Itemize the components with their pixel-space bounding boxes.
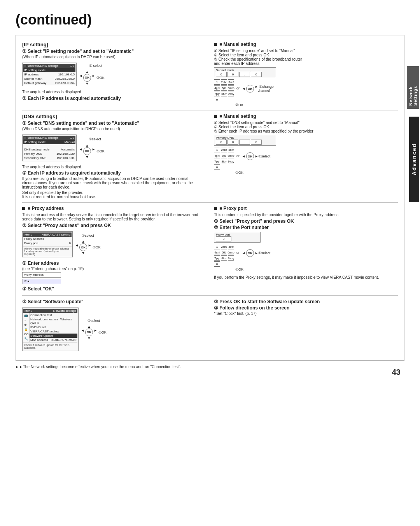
software-update-section: ① Select "Software update" Menu Network … — [22, 299, 398, 354]
numpad-row2: 4ghi 5jkl 6mno — [214, 85, 234, 91]
proxy-port-select: ►①select — [255, 251, 270, 255]
sw-step2: ② Press OK to start the Software update … — [214, 299, 398, 304]
proxy-ok-row: ▲ ◄ OK ► ▼ ②OK — [75, 239, 101, 255]
ip-setting-heading: [IP setting] — [22, 42, 206, 47]
ip-step1-bold: ① Select "IP setting mode" and set to "A… — [22, 49, 206, 54]
or-label-ip: or — [236, 86, 240, 90]
manual-dns-step1: ① Select "DNS setting mode" and set to "… — [214, 121, 398, 125]
numpad-row3: 7pqr 8tuv 9wxy — [214, 91, 234, 96]
divider-3 — [22, 295, 398, 296]
primary-dns-label: Primary DNS — [216, 136, 234, 140]
divider-2 — [22, 202, 398, 203]
sw-highlighted-row: Software update — [30, 334, 77, 338]
proxy-addr-desc: This is the address of the relay server … — [22, 213, 206, 221]
page-number: 43 — [392, 368, 401, 377]
sw-menu-col: Connection test Network connection Wirel… — [30, 313, 77, 342]
proxy-screen-header: Menu VIERA CAST setting — [23, 232, 72, 237]
bullet-icon: ● — [16, 365, 18, 369]
proxy-step2-note: (see "Entering characters" on p. 19) — [22, 267, 206, 271]
proxy-ok-label: ②OK — [93, 245, 101, 249]
dns-row-dns-mode: DNS setting modeAutomatic — [23, 147, 75, 152]
ok-btn-dns: OK — [83, 147, 91, 155]
dns-acquired: The acquired address is displayed. — [22, 165, 206, 169]
proxy-addr-input-mock: Proxy address — [22, 272, 61, 278]
ok-btn-ip: OK — [83, 74, 91, 82]
ip-screen-header: IP address/DNS settings 1/2 — [23, 64, 75, 68]
ip-diagram-row: IP address/DNS settings 1/2 IP setting m… — [22, 61, 206, 88]
manual-dns-square-icon — [214, 115, 217, 118]
numpad-dns: 1 2abc 3def 4ghi 5jkl 6mno 7pqr — [214, 147, 234, 170]
manual-dns-step2: ② Select the item and press OK — [214, 125, 398, 129]
proxy-port-controls: 1 2abc 3def 4ghi 5jkl 6mno 7pqr — [214, 244, 398, 267]
change-channel-label: ► ①change channel — [255, 85, 274, 93]
ip-screen-num: 1/2 — [70, 64, 74, 68]
dns-row-spacer — [23, 144, 75, 147]
proxy-addr-step1: ① Select "Proxy address" and press OK — [22, 223, 206, 228]
page-container: (continued) Network Settings Advanced [I… — [0, 0, 420, 384]
sw-nav-arrows: ▲ ◄ OK ► ▼ — [81, 325, 97, 340]
dns-step2: ② Each IP address is acquired automatica… — [22, 170, 206, 176]
manual-ip-square-icon — [214, 43, 217, 46]
numpad-ip: 1 2abc 3def 4ghi 5jkl 6mno 7pqr — [214, 79, 234, 102]
main-content: [IP setting] ① Select "IP setting mode" … — [16, 35, 404, 361]
sw-icons-col: 📺 ♪ ⊕ 🔒 CC 🔧 — [23, 313, 30, 342]
ip-ok-label: ②OK — [96, 76, 105, 80]
ip-setting-left: [IP setting] ① Select "IP setting mode" … — [22, 42, 206, 107]
proxy-port-step1: ① Select "Proxy port" and press OK — [214, 218, 398, 224]
ip-row-subnet: Subnet mask255.255.255.0 — [23, 77, 75, 81]
dns-step2-detail: If you are using a broadband router, IP … — [22, 176, 206, 189]
dns-screen-header: IP address/DNS settings 1/2 — [23, 136, 75, 140]
proxy-select-lbl: ①select — [82, 234, 94, 238]
dns-provider-note: Set only if specified by the provider. — [22, 190, 206, 195]
or-label-dns: or — [236, 154, 240, 158]
proxy-port-step2: ② Enter the Port number — [214, 225, 398, 230]
dns-step1: ① Select "DNS setting mode" and set to "… — [22, 121, 206, 126]
subnet-field-4: 0 — [251, 72, 262, 77]
ip-ok-row: ▲ ◄ OK ► ▼ ②OK — [79, 70, 105, 86]
subnet-mask-box: Subnet mask 0 0 . 0 — [214, 67, 276, 78]
proxy-port-ok-label: ②OK — [235, 267, 398, 271]
or-label-proxy: or — [236, 251, 240, 255]
ip-step2: ② Each IP address is acquired automatica… — [22, 96, 206, 101]
sw-screen-header: Menu Network settings — [23, 309, 77, 313]
dns-select-ok-label: ►①select — [255, 154, 270, 158]
dns-not-required: It is not required for normal household … — [22, 195, 206, 199]
sw-tv-screen: Menu Network settings 📺 ♪ ⊕ 🔒 CC — [22, 308, 79, 351]
software-update-right: ② Press OK to start the Software update … — [214, 299, 398, 354]
dns-step1-note: (When DNS automatic acquisition in DHCP … — [22, 127, 206, 131]
ok-btn-manual-dns: OK — [246, 152, 254, 160]
sw-step3: ③ Follow directions on the screen — [214, 305, 398, 311]
proxy-step3: ③ Select "OK" — [22, 286, 206, 292]
proxy-port-nav: ◄ OK ►①select — [242, 249, 270, 257]
proxy-controls: ①select ▲ ◄ OK ► ▼ — [75, 234, 101, 255]
dns-row-primary: Primary DNS192.168.0.20 — [23, 152, 75, 156]
manual-dns-controls: 1 2abc 3def 4ghi 5jkl 6mno 7pqr — [214, 147, 398, 170]
primary-dns-box: Primary DNS 0 0 . 0 — [214, 135, 276, 146]
ip-row-gateway: Default gateway192.168.0.254 — [23, 81, 75, 85]
dns-select-label: ①select — [89, 137, 101, 141]
sw-check-note: Check if software update for the TV is a… — [23, 343, 77, 350]
dns-heading: [DNS settings] — [22, 114, 206, 119]
ip-tv-screen: IP address/DNS settings 1/2 IP setting m… — [22, 63, 77, 86]
page-title: (continued) — [16, 12, 404, 28]
proxy-port-right: ■ Proxy port This number is specified by… — [214, 206, 398, 292]
manual-dns-step3: ③ Enter each IP address as was specified… — [214, 129, 398, 133]
ip-nav-controls: ◄ OK ► ①change channel — [242, 85, 274, 93]
dns-diagram-row: IP address/DNS settings 1/2 IP setting m… — [22, 133, 206, 163]
software-update-left: ① Select "Software update" Menu Network … — [22, 299, 206, 354]
sw-select-lbl: ①select — [88, 319, 100, 323]
proxy-port-heading: ■ Proxy port — [214, 206, 398, 211]
sw-ok-row: ▲ ◄ OK ► ▼ ②OK — [81, 325, 107, 340]
footer-note-text: ● The Network settings become effective … — [19, 365, 181, 369]
proxy-addr-heading: ■ Proxy address — [22, 206, 206, 211]
subnet-field-1: 0 — [216, 72, 227, 77]
manual-ip-step2: ② Select the item and press OK — [214, 53, 398, 57]
proxy-addr-value-mock: IP ■ — [22, 279, 61, 284]
proxy-address-left: ■ Proxy address This is the address of t… — [22, 206, 206, 292]
sw-ok-label: ②OK — [98, 330, 107, 334]
proxy-note-text: Allows manual entry of proxy address for… — [23, 246, 72, 256]
sw-step1: ① Select "Software update" — [22, 299, 206, 304]
dns-section: [DNS settings] ① Select "DNS setting mod… — [22, 114, 398, 199]
numpad-proxy: 1 2abc 3def 4ghi 5jkl 6mno 7pqr — [214, 244, 234, 267]
proxy-port-box: Proxy port 0 — [214, 232, 261, 243]
